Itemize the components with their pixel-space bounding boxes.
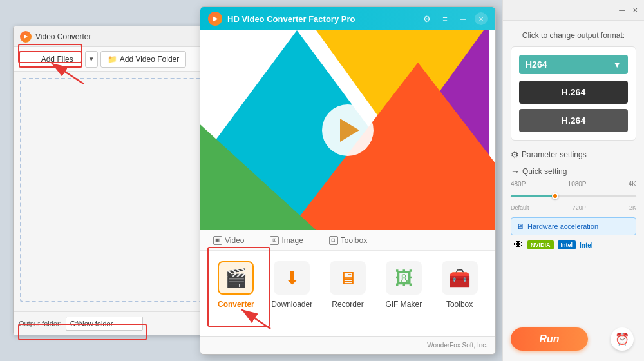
image-category-icon: ⊞: [270, 236, 279, 245]
vc-logo-icon: ▶: [20, 31, 32, 43]
run-label: Run: [539, 333, 559, 345]
folder-icon: 📁: [108, 55, 117, 64]
video-category-label: Video: [225, 236, 244, 245]
quality-2k: 2K: [629, 204, 636, 211]
gpu-badges-row: 👁 NVIDIA Intel Intel: [511, 239, 636, 251]
hero-play-button[interactable]: [322, 104, 374, 156]
vc-window: ▶ Video Converter + + Add Files ▼ 📁 Add …: [13, 26, 225, 335]
hd-window-title: HD Video Converter Factory Pro: [227, 14, 415, 24]
output-path-input[interactable]: [66, 317, 143, 331]
add-files-dropdown[interactable]: ▼: [85, 51, 98, 68]
format-change-label: Click to change output format:: [511, 31, 636, 40]
hd-window: ▶ HD Video Converter Factory Pro ⚙ ≡ ─ ×: [200, 6, 496, 355]
chevron-down-icon: ▼: [88, 55, 95, 63]
tool-toolbox[interactable]: 🧰 Toolbox: [437, 261, 482, 309]
converter-label: Converter: [218, 300, 254, 309]
hd-hero-banner: [200, 30, 495, 230]
tool-recorder[interactable]: 🖥 Recorder: [325, 261, 371, 309]
rp-minimize-button[interactable]: ─: [619, 5, 625, 15]
toolbox-tool-icon: 🧰: [442, 261, 478, 295]
format-card-h264-alt: H.264: [519, 109, 628, 132]
tool-converter[interactable]: 🎬 Converter: [213, 261, 259, 309]
downloader-icon: ⬇: [274, 261, 310, 295]
format-name: H264: [526, 59, 547, 70]
tool-downloader[interactable]: ⬇ Downloader: [269, 261, 315, 309]
hero-background: [200, 30, 495, 230]
desktop: 🔍 🛒 ─ × ▶ Video Converter + + Add Files …: [0, 0, 644, 361]
toolbox-category-label: Toolbox: [341, 236, 367, 245]
drop-area: [20, 78, 218, 302]
gif-maker-label: GIF Maker: [385, 300, 422, 309]
add-files-button[interactable]: + + Add Files: [19, 51, 82, 68]
nvidia-badge: NVIDIA: [527, 240, 554, 249]
eye-icon: 👁: [513, 239, 524, 251]
param-settings-icon: ⚙: [511, 150, 519, 160]
quality-4k: 4K: [629, 180, 636, 188]
quality-1080p: 1080P: [568, 180, 587, 188]
downloader-label: Downloader: [271, 300, 312, 309]
quick-setting-title: → Quick setting: [511, 166, 636, 177]
add-video-folder-button[interactable]: 📁 Add Video Folder: [100, 51, 187, 68]
hero-center-logo: [322, 104, 374, 156]
recorder-icon: 🖥: [330, 261, 366, 295]
converter-icon: 🎬: [218, 261, 254, 295]
video-category-icon: ▣: [213, 236, 222, 245]
quality-default: Default: [511, 204, 529, 211]
slider-fill: [511, 195, 554, 197]
rp-content: Click to change output format: H264 ▼ H.…: [503, 21, 644, 261]
right-panel: ─ × Click to change output format: H264 …: [502, 0, 644, 361]
vc-body: [14, 72, 225, 309]
hardware-acceleration-button[interactable]: 🖥 Hardware acceleration: [511, 217, 636, 235]
param-settings-section: ⚙ Parameter settings: [511, 150, 636, 160]
quality-slider[interactable]: [511, 190, 636, 202]
hw-accel-label: Hardware acceleration: [527, 222, 598, 230]
hero-green-triangle: [200, 101, 316, 230]
hd-footer: WonderFox Soft, Inc.: [200, 336, 495, 354]
intel-badge: Intel: [558, 240, 576, 249]
vc-titlebar: ▶ Video Converter: [14, 26, 225, 47]
format-dropdown[interactable]: H264 ▼: [519, 55, 628, 74]
toolbox-category-icon: ⊡: [329, 236, 338, 245]
run-button[interactable]: Run: [511, 327, 588, 351]
param-settings-label: Parameter settings: [522, 150, 587, 159]
add-files-label: + Add Files: [35, 55, 73, 64]
quality-labels-bottom: Default 720P 2K: [511, 204, 636, 211]
category-video[interactable]: ▣ Video: [213, 236, 244, 245]
menu-icon[interactable]: ≡: [439, 12, 451, 25]
image-category-label: Image: [281, 236, 303, 245]
quick-setting-icon: →: [511, 166, 520, 177]
format-selection-box: H264 ▼ H.264 H.264: [511, 46, 636, 141]
gif-maker-icon: 🖼: [386, 261, 422, 295]
settings-icon[interactable]: ⚙: [421, 12, 433, 25]
hw-accel-icon: 🖥: [516, 222, 524, 230]
vc-toolbar: + + Add Files ▼ 📁 Add Video Folder: [14, 47, 225, 72]
quick-setting-section: → Quick setting 480P 1080P 4K Default 72: [511, 166, 636, 211]
tool-gif-maker[interactable]: 🖼 GIF Maker: [381, 261, 426, 309]
param-settings-button[interactable]: ⚙ Parameter settings: [511, 150, 636, 160]
output-folder-label: Output folder:: [19, 320, 62, 327]
vc-footer: Output folder:: [14, 311, 225, 335]
hd-titlebar: ▶ HD Video Converter Factory Pro ⚙ ≡ ─ ×: [200, 7, 495, 30]
minimize-icon[interactable]: ─: [457, 12, 469, 25]
quality-720p: 720P: [573, 204, 586, 211]
dropdown-arrow-icon: ▼: [612, 59, 621, 70]
alarm-icon[interactable]: ⏰: [611, 327, 634, 351]
categories-bar: ▣ Video ⊞ Image ⊡ Toolbox: [200, 230, 495, 251]
slider-handle[interactable]: [552, 193, 558, 199]
category-toolbox[interactable]: ⊡ Toolbox: [329, 236, 367, 245]
close-icon[interactable]: ×: [475, 12, 488, 25]
toolbox-tool-label: Toolbox: [446, 300, 473, 309]
quality-labels-top: 480P 1080P 4K: [511, 180, 636, 188]
rp-close-button[interactable]: ×: [632, 5, 638, 15]
wonderfox-label: WonderFox Soft, Inc.: [427, 342, 488, 349]
rp-topbar: ─ ×: [503, 0, 644, 21]
plus-icon: +: [28, 55, 32, 64]
slider-track: [511, 195, 636, 197]
vc-window-title: Video Converter: [35, 32, 91, 41]
intel-text: Intel: [580, 242, 593, 249]
add-folder-label: Add Video Folder: [120, 55, 180, 64]
recorder-label: Recorder: [332, 300, 363, 309]
format-card-h264: H.264: [519, 81, 628, 104]
quality-480p: 480P: [511, 180, 526, 188]
category-image[interactable]: ⊞ Image: [270, 236, 303, 245]
